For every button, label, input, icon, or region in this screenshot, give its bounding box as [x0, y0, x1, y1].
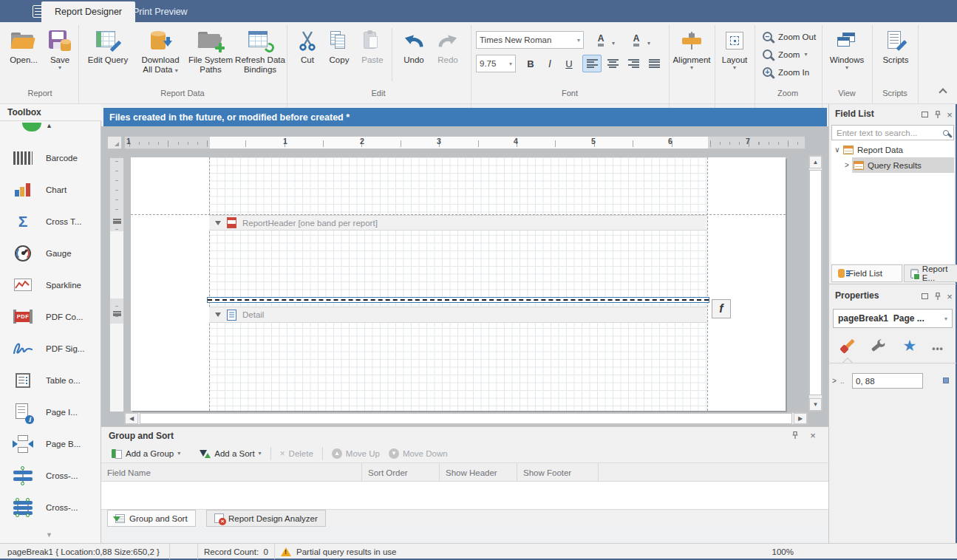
toolbox-item-cross-band-line[interactable]: Cross-... [0, 460, 101, 491]
toolbox-item-page-info[interactable]: i Page I... [0, 396, 101, 428]
add-a-sort-button[interactable]: Add a Sort ▾ [195, 448, 265, 460]
tab-print-preview[interactable]: Print Preview [120, 1, 201, 22]
horizontal-scroll-thumb[interactable] [140, 413, 792, 424]
tab-report-design-analyzer[interactable]: Report Design Analyzer [206, 510, 326, 527]
save-button[interactable]: Save ▾ [43, 27, 77, 86]
open-button[interactable]: Open... [6, 27, 41, 86]
properties-tab-more[interactable]: ••• [925, 338, 950, 360]
column-show-footer[interactable]: Show Footer [517, 463, 599, 482]
toolbox-item-barcode[interactable]: Barcode [0, 142, 101, 174]
layout-button[interactable]: Layout ▾ [718, 27, 751, 86]
tree-node-report-data[interactable]: ∨ Report Data [831, 142, 954, 157]
underline-button[interactable]: U [560, 55, 578, 72]
column-show-header[interactable]: Show Header [440, 463, 517, 482]
zoom-out-button[interactable]: −Zoom Out [760, 28, 822, 45]
maximize-icon[interactable] [919, 109, 930, 120]
toolbox-item-gauge[interactable]: Gauge [0, 237, 101, 269]
tab-group-and-sort[interactable]: Group and Sort [107, 510, 196, 527]
toolbox-item-cross-band-box[interactable]: Cross-... [0, 491, 101, 523]
add-a-group-button[interactable]: Add a Group ▾ [107, 448, 185, 460]
toolbox-item-chart[interactable]: Chart [0, 174, 101, 205]
bold-button[interactable]: B [522, 55, 539, 72]
toolbox-scroll-up[interactable]: ▲ [46, 122, 52, 129]
tree-node-query-results[interactable]: > Query Results [831, 157, 954, 173]
back-color-caret[interactable]: ▾ [647, 37, 650, 47]
scripts-icon [886, 31, 905, 51]
back-color-button[interactable]: A [625, 31, 647, 49]
detail-band[interactable]: Detail [209, 307, 707, 323]
properties-tab-behavior[interactable] [866, 335, 891, 357]
column-sort-order[interactable]: Sort Order [362, 463, 440, 482]
delete-button[interactable]: × Delete [276, 447, 318, 460]
windows-button[interactable]: Windows ▾ [826, 27, 868, 86]
table-of-contents-icon [16, 373, 30, 388]
tab-report-explorer[interactable]: Report E... [904, 264, 957, 282]
vertical-ruler[interactable] [109, 157, 124, 411]
scripts-button[interactable]: Scripts [878, 27, 913, 86]
scroll-up-button[interactable]: ▲ [809, 156, 822, 168]
download-all-data-button[interactable]: DownloadAll Data ▾ [134, 27, 186, 86]
report-page[interactable]: ReportHeader [one band per report] Detai… [131, 157, 786, 411]
property-row-location[interactable]: > .. [832, 373, 953, 389]
scroll-down-button[interactable]: ▼ [809, 398, 822, 411]
close-icon[interactable]: × [944, 109, 955, 120]
vertical-scroll-thumb[interactable] [809, 170, 822, 395]
font-size-combobox[interactable]: 9.75 ▾ [476, 55, 516, 72]
property-value-input[interactable] [852, 373, 923, 389]
font-color-button[interactable]: A [590, 31, 612, 49]
column-field-name[interactable]: Field Name [101, 463, 362, 482]
properties-tab-favorites[interactable]: ★ [897, 335, 922, 357]
tab-field-list[interactable]: Field List [831, 264, 902, 282]
zoom-button[interactable]: Zoom▾ [760, 46, 822, 63]
refresh-data-bindings-button[interactable]: Refresh DataBindings [235, 27, 285, 86]
maximize-icon[interactable] [919, 291, 930, 301]
font-name-combobox[interactable]: Times New Roman ▾ [476, 31, 584, 49]
zoom-in-button[interactable]: +Zoom In [760, 64, 822, 81]
toolbox-item-pdf-content[interactable]: PDF PDF Co... [0, 301, 101, 332]
move-up-button[interactable]: ▲ Move Up [327, 447, 384, 460]
field-list-search-input[interactable]: Enter text to search... [831, 125, 954, 140]
font-color-caret[interactable]: ▾ [612, 37, 615, 47]
close-icon[interactable]: × [944, 291, 955, 301]
ruler-corner-button[interactable] [107, 136, 122, 149]
toolbox-item-cross-tab[interactable]: Σ Cross T... [0, 205, 101, 237]
move-down-button[interactable]: ▼ Move Down [384, 447, 452, 460]
scroll-right-button[interactable]: ▶ [794, 413, 807, 424]
toolbox-scroll-down[interactable]: ▼ [46, 531, 52, 539]
horizontal-scrollbar[interactable]: ◀ ▶ [124, 412, 808, 425]
copy-button[interactable]: Copy [324, 27, 355, 86]
file-system-paths-button[interactable]: File SystemPaths [186, 27, 235, 86]
smart-tag-expression-button[interactable]: f [712, 299, 731, 318]
horizontal-ruler[interactable] [124, 136, 806, 149]
italic-button[interactable]: I [541, 55, 559, 72]
redo-button[interactable]: Redo [432, 27, 464, 86]
collapse-ribbon-button[interactable] [940, 87, 946, 98]
status-record-count: Record Count: 0 [198, 544, 275, 559]
properties-object-selector[interactable]: pageBreak1 Page ... ▾ [833, 309, 953, 328]
toolbox-item-table-of-contents[interactable]: Table o... [0, 364, 101, 396]
toolbox-item-sparkline[interactable]: Sparkline [0, 269, 101, 301]
toolbox-item-pdf-signature[interactable]: PDF Sig... [0, 332, 101, 364]
alignment-button[interactable]: Alignment ▾ [672, 27, 711, 86]
cut-button[interactable]: Cut [293, 27, 322, 86]
toolbox-item-page-break[interactable]: Page B... [0, 428, 101, 460]
align-right-button[interactable] [624, 55, 643, 72]
pin-icon[interactable] [933, 109, 943, 120]
vertical-scrollbar[interactable]: ▲ ▼ [808, 155, 823, 412]
close-icon[interactable]: × [808, 430, 818, 440]
align-center-button[interactable] [603, 55, 622, 72]
pin-icon[interactable] [790, 430, 800, 440]
warning-icon [281, 547, 291, 556]
page-break-element-selected[interactable] [207, 297, 709, 303]
undo-button[interactable]: Undo [398, 27, 430, 86]
property-marker-icon[interactable] [943, 378, 949, 383]
align-justify-button[interactable] [644, 55, 664, 72]
pin-icon[interactable] [933, 291, 943, 301]
edit-query-button[interactable]: Edit Query [83, 27, 133, 86]
align-left-button[interactable] [582, 55, 602, 72]
paste-button[interactable]: Paste [356, 27, 389, 86]
properties-tab-appearance[interactable] [835, 335, 860, 357]
report-header-band[interactable]: ReportHeader [one band per report] [209, 215, 707, 231]
group-and-sort-list[interactable] [101, 482, 828, 510]
scroll-left-button[interactable]: ◀ [125, 413, 138, 424]
